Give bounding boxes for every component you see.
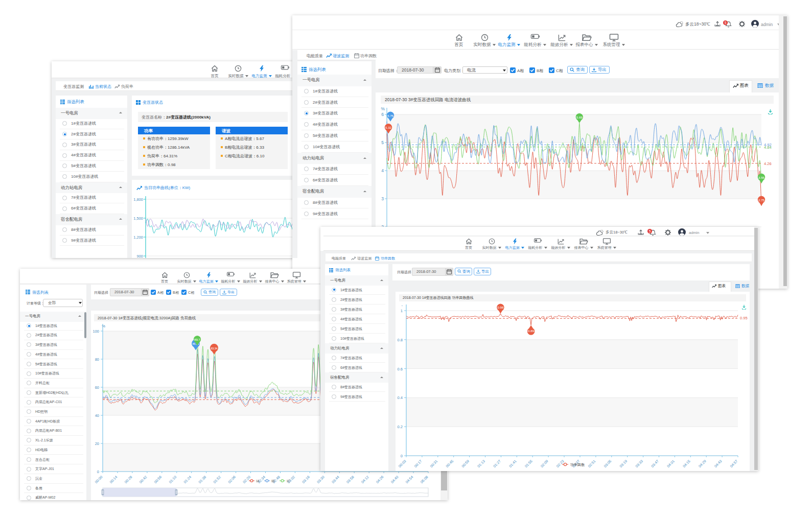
svg-text:00:14: 00:14 — [109, 475, 118, 484]
svg-text:00:00: 00:00 — [94, 475, 103, 484]
svg-text:80: 80 — [95, 357, 99, 362]
svg-text:00:28: 00:28 — [124, 475, 132, 484]
svg-text:40: 40 — [95, 413, 99, 418]
svg-text:IA: IA — [256, 479, 260, 483]
svg-text:%: % — [381, 106, 385, 111]
svg-text:02:23: 02:23 — [555, 459, 564, 468]
svg-text:00:42: 00:42 — [138, 475, 147, 484]
svg-text:0.4: 0.4 — [398, 395, 403, 400]
svg-text:01:41: 01:41 — [508, 459, 517, 468]
svg-text:00:59: 00:59 — [461, 459, 470, 468]
svg-text:00:31: 00:31 — [429, 459, 438, 468]
svg-text:-: - — [402, 303, 403, 308]
svg-text:0.8: 0.8 — [398, 338, 403, 342]
svg-text:05:08: 05:08 — [420, 475, 428, 484]
svg-text:83.34: 83.34 — [211, 347, 218, 350]
svg-text:3.55: 3.55 — [758, 176, 765, 179]
svg-text:0: 0 — [97, 470, 99, 474]
svg-text:100: 100 — [92, 329, 99, 334]
svg-text:03:47: 03:47 — [651, 459, 659, 468]
svg-text:900: 900 — [136, 254, 143, 258]
svg-text:03:16: 03:16 — [301, 475, 310, 484]
svg-text:03:58: 03:58 — [346, 475, 355, 484]
svg-text:03:05: 03:05 — [603, 459, 612, 468]
svg-text:00:56: 00:56 — [153, 475, 162, 484]
svg-text:5.32: 5.32 — [385, 126, 392, 129]
svg-text:04:43: 04:43 — [713, 459, 722, 468]
svg-text:5.75: 5.75 — [387, 114, 394, 118]
svg-text:04:57: 04:57 — [729, 459, 738, 468]
svg-text:5: 5 — [381, 140, 384, 145]
svg-text:04:12: 04:12 — [361, 475, 369, 484]
svg-text:04:40: 04:40 — [390, 475, 399, 484]
svg-text:60: 60 — [95, 385, 99, 390]
svg-text:IC: IC — [287, 479, 290, 483]
svg-text:00:03: 00:03 — [398, 459, 406, 468]
svg-text:03:44: 03:44 — [331, 475, 340, 484]
svg-text:00:45: 00:45 — [445, 459, 454, 468]
svg-text:04:29: 04:29 — [698, 459, 707, 468]
svg-text:%: % — [102, 324, 105, 329]
svg-text:02:06: 02:06 — [227, 475, 236, 484]
svg-text:5.69: 5.69 — [576, 115, 583, 119]
svg-text:01:38: 01:38 — [198, 475, 206, 484]
svg-text:1,500: 1,500 — [133, 216, 143, 221]
svg-text:01:10: 01:10 — [168, 475, 177, 484]
svg-text:1: 1 — [401, 309, 403, 313]
svg-text:3: 3 — [381, 196, 384, 201]
svg-text:01:13: 01:13 — [477, 459, 485, 468]
svg-text:4.84: 4.84 — [764, 145, 772, 150]
svg-text:6: 6 — [381, 112, 384, 117]
svg-text:IB: IB — [271, 479, 275, 483]
svg-text:20: 20 — [95, 441, 99, 446]
svg-text:00:17: 00:17 — [413, 459, 422, 468]
svg-text:4.26: 4.26 — [764, 161, 772, 166]
svg-text:02:09: 02:09 — [540, 459, 548, 468]
svg-text:89.7: 89.7 — [194, 338, 201, 341]
svg-text:0.98: 0.98 — [497, 306, 504, 309]
svg-text:0.95: 0.95 — [740, 316, 748, 320]
svg-text:04:01: 04:01 — [666, 459, 675, 468]
svg-text:03:30: 03:30 — [316, 475, 325, 484]
svg-text:01:55: 01:55 — [524, 459, 533, 468]
svg-text:2.75: 2.75 — [758, 198, 765, 202]
svg-text:03:19: 03:19 — [619, 459, 628, 468]
svg-text:01:52: 01:52 — [213, 475, 221, 484]
svg-text:01:27: 01:27 — [493, 459, 501, 468]
svg-text:1,800: 1,800 — [133, 197, 143, 202]
svg-text:0.89: 0.89 — [528, 329, 535, 333]
svg-text:03:33: 03:33 — [635, 459, 643, 468]
svg-text:02:20: 02:20 — [242, 475, 251, 484]
svg-text:04:54: 04:54 — [405, 475, 413, 484]
svg-text:功率因数: 功率因数 — [570, 463, 585, 467]
svg-text:0.6: 0.6 — [398, 367, 403, 371]
svg-text:0: 0 — [401, 454, 403, 458]
svg-text:01:24: 01:24 — [183, 475, 192, 484]
svg-text:04:26: 04:26 — [375, 475, 384, 484]
svg-text:4: 4 — [381, 168, 384, 173]
svg-text:02:51: 02:51 — [587, 459, 596, 468]
svg-text:1,200: 1,200 — [133, 235, 143, 240]
svg-text:0.2: 0.2 — [398, 425, 403, 429]
svg-text:04:15: 04:15 — [682, 459, 691, 468]
